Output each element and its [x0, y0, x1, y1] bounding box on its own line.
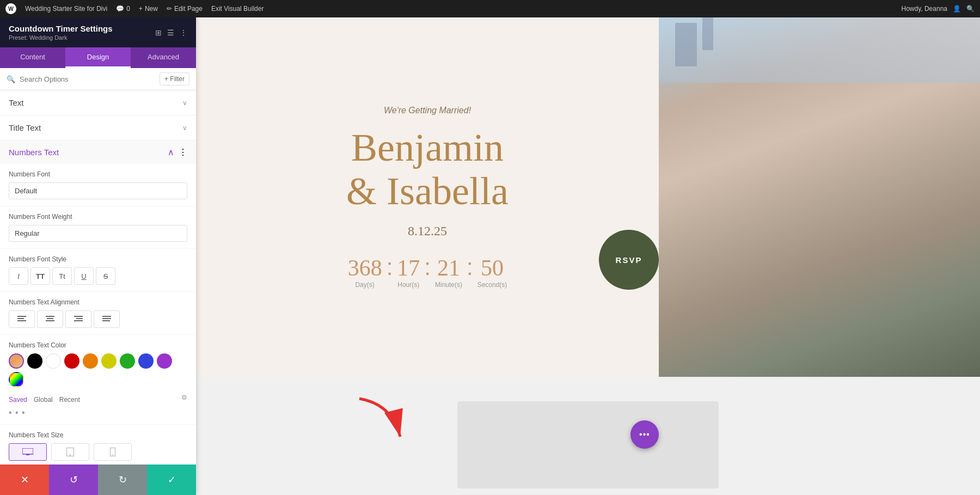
countdown-hours-value: 17: [397, 255, 420, 281]
align-justify-button[interactable]: [94, 310, 120, 328]
color-swatch-white[interactable]: [46, 353, 61, 369]
panel-icon-view[interactable]: ⊞: [155, 28, 162, 37]
save-button[interactable]: ✓: [147, 465, 196, 495]
admin-bar-exit-builder[interactable]: Exit Visual Builder: [211, 5, 264, 13]
svg-point-17: [112, 455, 113, 456]
section-text[interactable]: Text ∨: [0, 90, 196, 115]
numbers-section-header[interactable]: Numbers Text ∧ ⋮: [0, 140, 196, 164]
admin-bar-edit-page[interactable]: ✏ Edit Page: [167, 5, 203, 13]
color-tab-global[interactable]: Global: [34, 396, 53, 404]
color-swatch-red[interactable]: [64, 353, 79, 369]
numbers-font-style-group: Numbers Font Style I TT Tt U S: [0, 249, 196, 292]
color-swatch-green[interactable]: [120, 353, 135, 369]
reset-button[interactable]: ↺: [49, 465, 98, 495]
numbers-font-weight-select[interactable]: Regular Bold Light: [9, 225, 187, 242]
admin-bar-site[interactable]: Wedding Starter Site for Divi: [25, 5, 107, 13]
countdown-seconds-label: Second(s): [477, 281, 507, 289]
svg-rect-13: [26, 454, 29, 455]
red-arrow-svg: [348, 388, 414, 453]
color-swatch-yellow[interactable]: [101, 353, 117, 369]
title-text-chevron-icon: ∨: [182, 124, 187, 132]
align-left-button[interactable]: [9, 310, 35, 328]
svg-rect-1: [17, 318, 24, 319]
countdown-days-value: 368: [348, 255, 382, 281]
color-swatches: [9, 353, 187, 387]
numbers-font-style-label: Numbers Font Style: [9, 255, 187, 263]
numbers-font-select[interactable]: Default Georgia Arial: [9, 182, 187, 199]
panel-preset[interactable]: Preset: Wedding Dark: [9, 34, 113, 41]
color-swatch-multicolor[interactable]: [9, 372, 24, 387]
plus-icon: +: [139, 5, 143, 13]
svg-rect-7: [76, 318, 83, 319]
color-swatch-blue[interactable]: [138, 353, 154, 369]
svg-rect-10: [102, 318, 111, 319]
section-numbers-text: Numbers Text ∧ ⋮ Numbers Font Default Ge…: [0, 140, 196, 468]
countdown-hours: 17 Hour(s): [397, 255, 420, 289]
filter-button[interactable]: + Filter: [160, 72, 189, 85]
numbers-more-icon[interactable]: ⋮: [179, 147, 187, 157]
color-tab-saved[interactable]: Saved: [9, 396, 27, 404]
color-swatch-orange[interactable]: [83, 353, 98, 369]
numbers-text-alignment-group: Numbers Text Alignment: [0, 292, 196, 335]
section-title-text[interactable]: Title Text ∨: [0, 115, 196, 140]
strikethrough-button[interactable]: S: [96, 267, 115, 285]
wp-logo-icon[interactable]: W: [5, 3, 16, 14]
panel-header-icons: ⊞ ☰ ⋮: [155, 28, 187, 37]
color-swatch-purple[interactable]: [157, 353, 172, 369]
underline-button[interactable]: U: [74, 267, 94, 285]
reset-icon: ↺: [70, 474, 78, 486]
italic-button[interactable]: I: [9, 267, 28, 285]
comment-icon: 💬: [116, 5, 124, 13]
uppercase-button[interactable]: TT: [30, 267, 50, 285]
text-chevron-icon: ∨: [182, 99, 187, 107]
numbers-section-icons: ∧ ⋮: [168, 147, 187, 157]
size-mobile: [94, 443, 132, 461]
site-name-label: Wedding Starter Site for Divi: [25, 5, 107, 13]
color-tab-recent[interactable]: Recent: [59, 396, 80, 404]
svg-rect-3: [46, 316, 54, 317]
alignment-buttons: [9, 310, 187, 328]
tab-design[interactable]: Design: [65, 47, 131, 68]
rsvp-button[interactable]: RSVP: [599, 230, 659, 290]
tab-content[interactable]: Content: [0, 47, 65, 68]
lowercase-button[interactable]: Tt: [52, 267, 72, 285]
countdown-minutes: 21 Minute(s): [435, 255, 462, 289]
countdown-seconds-value: 50: [481, 255, 504, 281]
numbers-chevron-up-icon[interactable]: ∧: [168, 147, 174, 157]
color-swatch-black[interactable]: [27, 353, 42, 369]
redo-icon: ↻: [119, 474, 127, 486]
section-text-label: Text: [9, 98, 24, 107]
admin-user-label[interactable]: Howdy, Deanna: [902, 5, 948, 13]
color-settings-icon[interactable]: ⚙: [181, 394, 187, 401]
bottom-section: •••: [196, 377, 980, 495]
size-tablet: [51, 443, 89, 461]
svg-rect-0: [17, 316, 26, 317]
search-input[interactable]: [20, 75, 155, 83]
countdown-hours-label: Hour(s): [397, 281, 419, 289]
admin-search-icon[interactable]: 🔍: [966, 5, 975, 13]
wedding-left-panel: We're Getting Married! Benjamin& Isabell…: [196, 17, 659, 377]
fab-button[interactable]: •••: [630, 420, 659, 449]
admin-bar-new[interactable]: + New: [139, 5, 158, 13]
admin-bar-right: Howdy, Deanna 👤 🔍: [902, 5, 975, 13]
color-more-options[interactable]: • • •: [9, 408, 26, 417]
size-mobile-box[interactable]: [94, 443, 132, 461]
align-center-button[interactable]: [37, 310, 63, 328]
tab-advanced[interactable]: Advanced: [131, 47, 196, 68]
numbers-text-alignment-label: Numbers Text Alignment: [9, 298, 187, 306]
panel-icon-more[interactable]: ⋮: [180, 28, 187, 37]
panel-body: Text ∨ Title Text ∨ Numbers Text ∧ ⋮ Num…: [0, 90, 196, 495]
size-tablet-box[interactable]: [51, 443, 89, 461]
admin-avatar[interactable]: 👤: [953, 5, 961, 13]
size-desktop-box[interactable]: [9, 443, 47, 461]
color-swatch-custom[interactable]: [9, 353, 24, 369]
align-right-button[interactable]: [65, 310, 91, 328]
arrow-annotation: [348, 388, 414, 455]
wedding-names: Benjamin& Isabella: [346, 126, 509, 212]
redo-button[interactable]: ↻: [98, 465, 147, 495]
countdown-sep-1: :: [387, 255, 393, 279]
panel-icon-layout[interactable]: ☰: [167, 28, 174, 37]
cancel-button[interactable]: ✕: [0, 465, 49, 495]
admin-bar-comments[interactable]: 💬 0: [116, 5, 130, 13]
bottom-content-placeholder: [457, 401, 719, 488]
